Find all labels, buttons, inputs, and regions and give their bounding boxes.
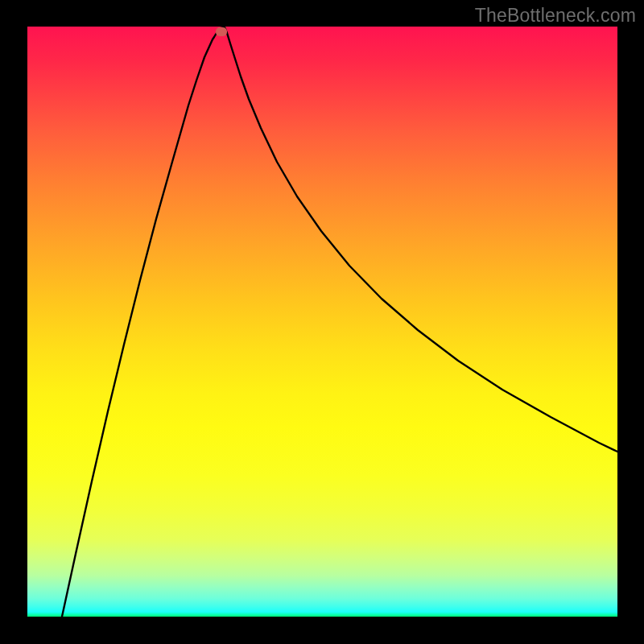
watermark-text: TheBottleneck.com (475, 5, 636, 27)
plot-area (27, 27, 617, 617)
bottleneck-curve (27, 27, 617, 617)
optimum-marker (216, 27, 227, 36)
